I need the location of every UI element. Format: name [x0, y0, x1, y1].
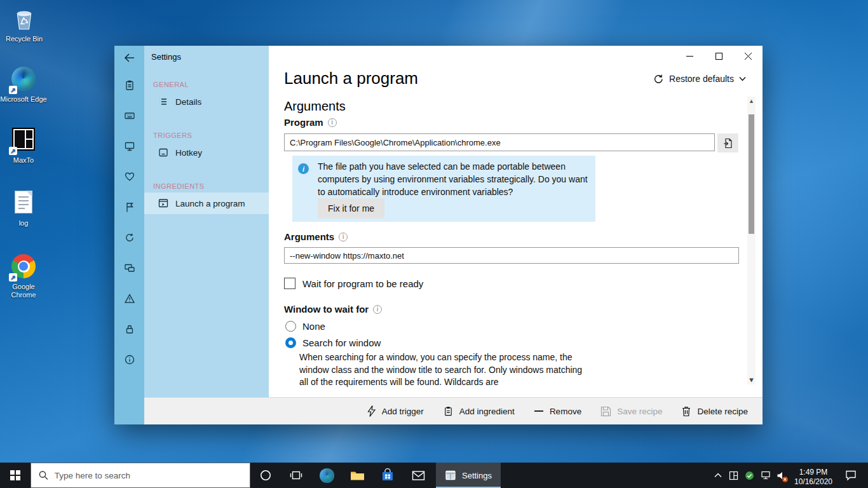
maximize-button[interactable]: [704, 46, 733, 66]
trash-icon: [681, 405, 691, 417]
radio-none-row: None: [285, 321, 325, 332]
info-icon[interactable]: [114, 344, 144, 375]
flag-icon[interactable]: [114, 192, 144, 222]
search-input[interactable]: [55, 471, 242, 480]
desktop-icon-label: Recycle Bin: [1, 35, 48, 43]
desktop-icon-log[interactable]: log: [0, 189, 47, 227]
volume-muted-icon[interactable]: ✕: [773, 463, 789, 488]
info-banner: i The file path you have selected can be…: [292, 156, 595, 222]
hidden-icons-chevron[interactable]: [710, 463, 726, 488]
windows-logo-icon: [10, 470, 20, 480]
task-view-icon: [290, 469, 302, 482]
edge-icon: [320, 468, 334, 483]
sidebar-item-launch-a-program[interactable]: Launch a program: [144, 193, 269, 214]
volume-muted-badge: ✕: [782, 477, 788, 482]
file-explorer-icon: [350, 469, 365, 482]
taskbar-app-settings[interactable]: Settings: [436, 463, 501, 488]
restore-defaults-button[interactable]: Restore defaults: [653, 74, 746, 84]
save-recipe-button[interactable]: Save recipe: [591, 398, 672, 424]
maxto-icon: ↗: [11, 128, 36, 153]
radio-label: None: [302, 321, 325, 332]
icon-rail: [114, 46, 144, 424]
network-icon[interactable]: [757, 463, 773, 488]
desktop-icon-google-chrome[interactable]: ↗ Google Chrome: [0, 254, 47, 299]
edge-taskbar-button[interactable]: [311, 463, 342, 488]
info-tooltip-icon[interactable]: [373, 305, 382, 314]
clock-time: 1:49 PM: [789, 468, 837, 477]
scrollbar-thumb[interactable]: [749, 114, 754, 234]
taskbar-app-label: Settings: [462, 471, 492, 480]
action-center-button[interactable]: [837, 470, 864, 481]
scroll-up-arrow[interactable]: ▲: [747, 98, 756, 104]
status-green-tray-icon[interactable]: [742, 463, 757, 488]
start-button[interactable]: [0, 463, 31, 488]
shortcut-arrow-icon: ↗: [9, 147, 17, 155]
minus-icon: [534, 405, 544, 417]
sidebar-item-details[interactable]: Details: [144, 91, 269, 112]
cortana-button[interactable]: [250, 463, 281, 488]
back-button[interactable]: [114, 46, 144, 70]
desktop-icon-label: Microsoft Edge: [0, 95, 47, 104]
checkbox-label: Wait for program to be ready: [302, 278, 423, 289]
scroll-down-arrow[interactable]: ▾: [747, 375, 756, 384]
file-import-icon: [723, 138, 733, 149]
hotkey-icon[interactable]: [114, 100, 144, 131]
clipboard-icon[interactable]: [114, 70, 144, 100]
file-explorer-button[interactable]: [342, 463, 372, 488]
monitor-icon[interactable]: [114, 131, 144, 161]
desktop-icon-recycle-bin[interactable]: Recycle Bin: [1, 6, 48, 43]
list-icon: [158, 96, 169, 107]
add-trigger-button[interactable]: Add trigger: [357, 398, 433, 424]
add-ingredient-button[interactable]: Add ingredient: [433, 398, 524, 424]
store-icon: [381, 468, 395, 482]
mail-button[interactable]: [403, 463, 433, 488]
taskbar: Settings ✕ 1:4: [0, 463, 868, 488]
lock-icon[interactable]: [114, 314, 144, 344]
desktop-icon-microsoft-edge[interactable]: ↗ Microsoft Edge: [0, 66, 47, 104]
page-title: Launch a program: [284, 69, 418, 88]
recipe-toolbar: Add trigger Add ingredient Remove Save r…: [144, 397, 763, 424]
warning-icon[interactable]: [114, 283, 144, 314]
displays-icon[interactable]: [114, 253, 144, 283]
wait-for-program-row: Wait for program to be ready: [284, 278, 423, 289]
desktop-icon-maxto[interactable]: ↗ MaxTo: [0, 126, 47, 165]
lightning-icon: [367, 405, 376, 417]
remove-button[interactable]: Remove: [524, 398, 591, 424]
system-tray: ✕ 1:49 PM 10/16/2020: [710, 463, 868, 488]
sidebar-item-hotkey[interactable]: Hotkey: [144, 142, 269, 163]
desktop-icon-label: log: [0, 219, 47, 227]
recycle-bin-icon: [11, 6, 37, 32]
clipboard-icon: [443, 405, 454, 417]
close-button[interactable]: [733, 46, 763, 66]
info-tooltip-icon[interactable]: [328, 118, 337, 127]
store-button[interactable]: [372, 463, 403, 488]
heart-icon[interactable]: [114, 161, 144, 192]
vertical-scrollbar[interactable]: ▲ ▾: [747, 97, 756, 384]
desktop-icon-label: Google Chrome: [0, 283, 47, 299]
taskbar-clock[interactable]: 1:49 PM 10/16/2020: [789, 464, 837, 487]
taskbar-search[interactable]: [31, 463, 250, 488]
wait-for-program-checkbox[interactable]: [284, 278, 295, 289]
minimize-button[interactable]: [675, 46, 704, 66]
keycap-icon: [158, 147, 169, 158]
task-view-button[interactable]: [281, 463, 311, 488]
arguments-label: Arguments: [284, 231, 348, 242]
sync-icon[interactable]: [114, 222, 144, 253]
maxto-tray-icon[interactable]: [726, 463, 742, 488]
radio-search-for-window[interactable]: [285, 337, 296, 348]
program-input[interactable]: [284, 133, 715, 151]
arguments-input[interactable]: [284, 247, 739, 264]
radio-none[interactable]: [285, 321, 296, 332]
clock-date: 10/16/2020: [789, 477, 837, 487]
browse-file-button[interactable]: [717, 133, 738, 152]
fix-it-for-me-button[interactable]: Fix it for me: [318, 198, 384, 219]
search-window-description: When searching for a window, you can spe…: [299, 351, 587, 389]
delete-recipe-button[interactable]: Delete recipe: [672, 398, 757, 424]
chrome-icon: ↗: [11, 254, 36, 280]
caption-buttons: [675, 46, 763, 66]
cortana-icon: [259, 469, 272, 482]
sidebar-section-triggers: TRIGGERS: [153, 132, 269, 139]
info-tooltip-icon[interactable]: [339, 233, 348, 241]
info-circle-icon: i: [298, 163, 309, 174]
chevron-down-icon: [739, 76, 746, 81]
